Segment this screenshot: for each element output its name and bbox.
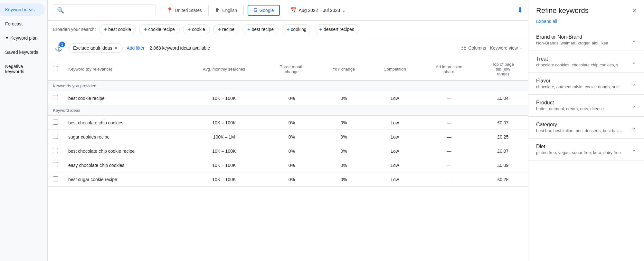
row-checkbox[interactable]	[53, 95, 58, 100]
broaden-chip-best-recipe[interactable]: + best recipe	[242, 24, 279, 34]
refine-item-header[interactable]: Flavor chocolate, oatmeal raisin, cookie…	[528, 73, 644, 94]
yoy-cell: 0%	[318, 91, 369, 105]
row-checkbox[interactable]	[53, 162, 58, 167]
plus-icon: +	[247, 26, 250, 32]
refine-item-product: Product butter, oatmeal, cream, nuts, ch…	[528, 95, 644, 117]
date-range-picker[interactable]: 📅 Aug 2022 – Jul 2023 ⌄	[288, 5, 348, 15]
download-button[interactable]: ⬇	[517, 6, 523, 15]
ad-impression-cell: —	[420, 144, 478, 158]
yoy-cell: 0%	[318, 172, 369, 187]
table-row: best sugar cookie recipe 10K – 100K 0% 0…	[48, 172, 528, 187]
refine-item-header[interactable]: Brand or Non-Brand Non-Brands, walmart, …	[528, 29, 644, 51]
columns-button[interactable]: ☷ Columns	[461, 44, 486, 52]
expand-all-button[interactable]: Expand all	[528, 19, 644, 29]
refine-item-diet: Diet gluten free, vegan, sugar free, ket…	[528, 139, 644, 160]
add-filter-button[interactable]: Add filter	[127, 45, 144, 51]
topbar-divider2	[208, 5, 209, 15]
row-checkbox[interactable]	[53, 148, 58, 153]
table-row: best chocolate chip cookie recipe 10K – …	[48, 144, 528, 158]
plus-icon: +	[188, 26, 191, 32]
select-all-checkbox[interactable]	[53, 66, 58, 71]
row-checkbox[interactable]	[53, 134, 58, 139]
keyword-view-label: Keyword view	[490, 45, 518, 51]
refine-item-title: Diet	[536, 144, 631, 150]
table-row: best cookie recipe 10K – 100K 0% 0% Low …	[48, 91, 528, 105]
row-checkbox[interactable]	[53, 176, 58, 181]
broaden-chip-cookie-recipe[interactable]: + cookie recipe	[139, 24, 180, 34]
competition-cell: Low	[369, 158, 420, 172]
date-range-label: Aug 2022 – Jul 2023	[299, 8, 340, 13]
panel-close-button[interactable]: ×	[632, 7, 636, 15]
top-bid-cell: £0.04	[478, 91, 528, 105]
refine-item-left: Product butter, oatmeal, cream, nuts, ch…	[536, 100, 631, 111]
refine-item-subtitle: butter, oatmeal, cream, nuts, cheese	[536, 106, 631, 111]
chevron-down-icon: ⌄	[631, 80, 636, 87]
table-body: Keywords you provided best cookie recipe…	[48, 81, 528, 187]
plus-icon: +	[144, 26, 147, 32]
calendar-icon: 📅	[290, 7, 297, 13]
refine-item-subtitle: gluten free, vegan, sugar free, keto, da…	[536, 150, 631, 155]
sidebar-item-keyword-ideas[interactable]: Keyword ideas	[0, 3, 45, 16]
filter-icon-wrapper: ⚓ 1	[53, 42, 64, 54]
refine-item-header[interactable]: Treat chocolate cookies, chocolate chip …	[528, 51, 644, 72]
avg-monthly-column-header: Avg. monthly searches	[183, 58, 265, 81]
keyword-cell: easy chocolate chip cookies	[63, 158, 183, 172]
broaden-chip-best-cookie[interactable]: + best cookie	[99, 24, 136, 34]
chevron-down-icon: ⌄	[342, 8, 346, 13]
topbar-divider	[160, 5, 160, 15]
sidebar-item-forecast[interactable]: Forecast	[0, 17, 45, 30]
google-selector[interactable]: G Google	[248, 5, 280, 16]
refine-item-left: Flavor chocolate, oatmeal raisin, cookie…	[536, 78, 631, 89]
yoy-cell: 0%	[318, 116, 369, 130]
plus-icon: +	[319, 26, 322, 32]
plus-icon: +	[287, 26, 289, 32]
keyword-view-button[interactable]: Keyword view ⌄	[490, 45, 523, 51]
avg-monthly-cell: 100K – 1M	[183, 130, 265, 144]
exclude-adult-chip[interactable]: Exclude adult ideas ✕	[68, 44, 123, 53]
competition-cell: Low	[369, 172, 420, 187]
search-input[interactable]: best cookie recipe	[67, 7, 150, 13]
refine-item-header[interactable]: Category best bar, best italian, best de…	[528, 117, 644, 138]
broaden-chip-recipe[interactable]: + recipe	[213, 24, 239, 34]
top-bid-column-header: Top of pagebid (lowrange)	[478, 58, 528, 81]
location-selector[interactable]: 📍 United States	[164, 5, 204, 15]
chevron-down-icon: ⌄	[631, 146, 636, 153]
broaden-chip-cooking[interactable]: + cooking	[282, 24, 311, 34]
sidebar-item-saved-keywords[interactable]: Saved keywords	[0, 46, 45, 59]
row-checkbox[interactable]	[53, 120, 58, 125]
sidebar-item-negative-keywords[interactable]: Negative keywords	[0, 60, 45, 78]
refine-item-left: Diet gluten free, vegan, sugar free, ket…	[536, 144, 631, 155]
sidebar: Keyword ideasForecast▼ Keyword planSaved…	[0, 0, 48, 261]
arrow-icon: ▼	[5, 36, 9, 40]
main-content: 🔍 best cookie recipe 📍 United States 🗣 E…	[48, 0, 528, 261]
refine-item-left: Treat chocolate cookies, chocolate chip …	[536, 56, 631, 67]
keyword-cell: best sugar cookie recipe	[63, 172, 183, 187]
top-bid-cell: £0.09	[478, 158, 528, 172]
broaden-chip-cookie[interactable]: + cookie	[183, 24, 210, 34]
section-header: Keywords you provided	[48, 81, 528, 91]
sidebar-item-keyword-plan[interactable]: ▼ Keyword plan	[0, 32, 45, 44]
search-box: 🔍 best cookie recipe	[53, 5, 156, 16]
broaden-chip-dessert-recipes[interactable]: + dessert recipes	[315, 24, 359, 34]
section-label: Keyword ideas	[48, 105, 528, 116]
row-checkbox-cell	[48, 158, 63, 172]
refine-item-header[interactable]: Product butter, oatmeal, cream, nuts, ch…	[528, 95, 644, 116]
refine-item-title: Product	[536, 100, 631, 106]
competition-cell: Low	[369, 116, 420, 130]
ad-impression-cell: —	[420, 130, 478, 144]
keyword-column-header: Keyword (by relevance)	[63, 58, 183, 81]
refine-item-brand-or-non-brand: Brand or Non-Brand Non-Brands, walmart, …	[528, 29, 644, 51]
top-bid-cell: £0.07	[478, 116, 528, 130]
ad-impression-cell: —	[420, 91, 478, 105]
language-selector[interactable]: 🗣 English	[213, 5, 240, 15]
avg-monthly-cell: 10K – 100K	[183, 116, 265, 130]
refine-item-title: Category	[536, 122, 631, 128]
select-all-header	[48, 58, 63, 81]
refine-item-header[interactable]: Diet gluten free, vegan, sugar free, ket…	[528, 139, 644, 160]
chevron-down-icon2: ⌄	[519, 45, 523, 51]
chevron-down-icon: ⌄	[631, 124, 636, 131]
ad-impression-column-header: Ad impressionshare	[420, 58, 478, 81]
columns-icon: ☷	[461, 44, 466, 52]
remove-filter-icon[interactable]: ✕	[114, 45, 118, 51]
ad-impression-cell: —	[420, 116, 478, 130]
